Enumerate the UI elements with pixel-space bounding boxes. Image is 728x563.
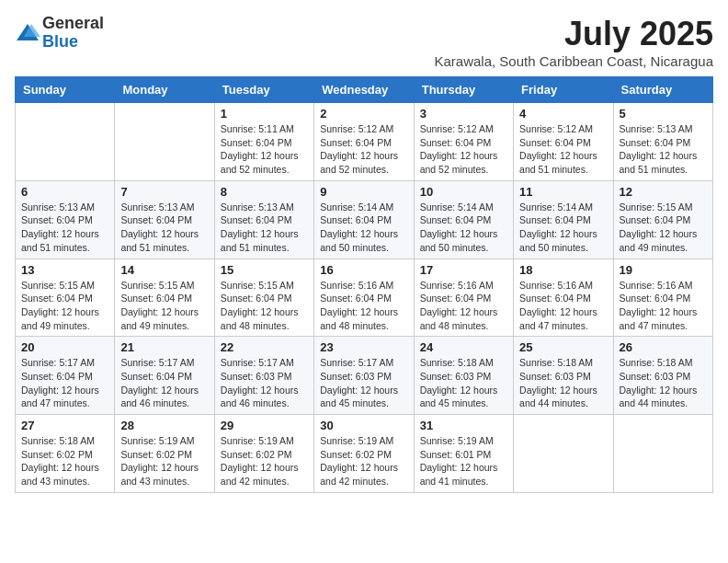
weekday-header: Monday: [115, 77, 214, 103]
day-info: Sunrise: 5:15 AMSunset: 6:04 PMDaylight:…: [21, 279, 108, 333]
day-number: 7: [120, 185, 208, 199]
day-info: Sunrise: 5:19 AMSunset: 6:02 PMDaylight:…: [320, 434, 407, 488]
calendar-cell: 29Sunrise: 5:19 AMSunset: 6:02 PMDayligh…: [214, 415, 313, 493]
day-number: 19: [620, 263, 707, 277]
day-number: 12: [620, 185, 707, 199]
day-info: Sunrise: 5:13 AMSunset: 6:04 PMDaylight:…: [221, 201, 308, 255]
calendar-cell: 2Sunrise: 5:12 AMSunset: 6:04 PMDaylight…: [314, 103, 414, 181]
day-info: Sunrise: 5:17 AMSunset: 6:03 PMDaylight:…: [320, 356, 407, 410]
day-number: 3: [420, 107, 507, 121]
day-number: 18: [519, 263, 607, 277]
calendar-cell: [613, 415, 712, 493]
day-number: 16: [320, 263, 407, 277]
day-info: Sunrise: 5:16 AMSunset: 6:04 PMDaylight:…: [620, 279, 707, 333]
day-number: 20: [21, 340, 108, 354]
calendar-cell: 18Sunrise: 5:16 AMSunset: 6:04 PMDayligh…: [514, 259, 613, 337]
calendar-cell: 4Sunrise: 5:12 AMSunset: 6:04 PMDaylight…: [514, 103, 613, 181]
calendar-table: SundayMondayTuesdayWednesdayThursdayFrid…: [15, 76, 713, 493]
day-info: Sunrise: 5:17 AMSunset: 6:04 PMDaylight:…: [120, 356, 208, 410]
day-number: 9: [320, 185, 407, 199]
calendar-week-row: 20Sunrise: 5:17 AMSunset: 6:04 PMDayligh…: [16, 337, 713, 415]
day-number: 11: [519, 185, 607, 199]
calendar-cell: 21Sunrise: 5:17 AMSunset: 6:04 PMDayligh…: [115, 337, 214, 415]
calendar-cell: 25Sunrise: 5:18 AMSunset: 6:03 PMDayligh…: [514, 337, 613, 415]
calendar-cell: 5Sunrise: 5:13 AMSunset: 6:04 PMDaylight…: [613, 103, 712, 181]
calendar-cell: [16, 103, 115, 181]
weekday-header: Friday: [514, 77, 613, 103]
calendar-cell: 22Sunrise: 5:17 AMSunset: 6:03 PMDayligh…: [214, 337, 313, 415]
day-number: 25: [519, 340, 607, 354]
logo-general-text: General: [42, 15, 104, 33]
calendar-week-row: 1Sunrise: 5:11 AMSunset: 6:04 PMDaylight…: [16, 103, 713, 181]
day-number: 29: [221, 419, 308, 432]
day-info: Sunrise: 5:18 AMSunset: 6:02 PMDaylight:…: [21, 434, 108, 488]
day-info: Sunrise: 5:11 AMSunset: 6:04 PMDaylight:…: [221, 122, 308, 177]
day-info: Sunrise: 5:19 AMSunset: 6:02 PMDaylight:…: [221, 434, 308, 488]
calendar-cell: 12Sunrise: 5:15 AMSunset: 6:04 PMDayligh…: [613, 180, 712, 259]
day-info: Sunrise: 5:14 AMSunset: 6:04 PMDaylight:…: [320, 201, 407, 255]
day-number: 28: [120, 419, 208, 432]
day-info: Sunrise: 5:19 AMSunset: 6:01 PMDaylight:…: [420, 434, 507, 488]
day-info: Sunrise: 5:13 AMSunset: 6:04 PMDaylight:…: [21, 201, 108, 255]
weekday-header: Tuesday: [214, 77, 313, 103]
day-number: 26: [620, 340, 707, 354]
day-info: Sunrise: 5:15 AMSunset: 6:04 PMDaylight:…: [221, 279, 308, 333]
calendar-cell: 28Sunrise: 5:19 AMSunset: 6:02 PMDayligh…: [115, 415, 214, 493]
calendar-cell: 19Sunrise: 5:16 AMSunset: 6:04 PMDayligh…: [613, 259, 712, 337]
calendar-cell: [514, 415, 613, 493]
calendar-cell: 16Sunrise: 5:16 AMSunset: 6:04 PMDayligh…: [314, 259, 414, 337]
day-info: Sunrise: 5:12 AMSunset: 6:04 PMDaylight:…: [519, 122, 607, 177]
day-info: Sunrise: 5:16 AMSunset: 6:04 PMDaylight:…: [420, 279, 507, 333]
calendar-cell: 9Sunrise: 5:14 AMSunset: 6:04 PMDaylight…: [314, 180, 414, 259]
day-info: Sunrise: 5:18 AMSunset: 6:03 PMDaylight:…: [420, 356, 507, 410]
calendar-cell: 13Sunrise: 5:15 AMSunset: 6:04 PMDayligh…: [16, 259, 115, 337]
calendar-cell: 7Sunrise: 5:13 AMSunset: 6:04 PMDaylight…: [115, 180, 214, 259]
calendar-cell: 6Sunrise: 5:13 AMSunset: 6:04 PMDaylight…: [16, 180, 115, 259]
calendar-cell: 17Sunrise: 5:16 AMSunset: 6:04 PMDayligh…: [414, 259, 513, 337]
day-number: 24: [420, 340, 507, 354]
page-header: General Blue July 2025 Karawala, South C…: [15, 15, 713, 69]
day-info: Sunrise: 5:19 AMSunset: 6:02 PMDaylight:…: [120, 434, 208, 488]
day-info: Sunrise: 5:16 AMSunset: 6:04 PMDaylight:…: [519, 279, 607, 333]
day-number: 2: [320, 107, 407, 121]
day-number: 13: [21, 263, 108, 277]
day-info: Sunrise: 5:15 AMSunset: 6:04 PMDaylight:…: [620, 201, 707, 255]
day-info: Sunrise: 5:13 AMSunset: 6:04 PMDaylight:…: [620, 122, 707, 177]
weekday-header: Saturday: [613, 77, 712, 103]
logo: General Blue: [15, 15, 104, 52]
day-info: Sunrise: 5:14 AMSunset: 6:04 PMDaylight:…: [420, 201, 507, 255]
calendar-cell: 31Sunrise: 5:19 AMSunset: 6:01 PMDayligh…: [414, 415, 513, 493]
calendar-cell: 11Sunrise: 5:14 AMSunset: 6:04 PMDayligh…: [514, 180, 613, 259]
day-info: Sunrise: 5:17 AMSunset: 6:03 PMDaylight:…: [221, 356, 308, 410]
day-number: 14: [120, 263, 208, 277]
day-number: 27: [21, 419, 108, 432]
day-number: 22: [221, 340, 308, 354]
calendar-cell: 26Sunrise: 5:18 AMSunset: 6:03 PMDayligh…: [613, 337, 712, 415]
calendar-cell: [115, 103, 214, 181]
location-subtitle: Karawala, South Caribbean Coast, Nicarag…: [434, 53, 713, 69]
calendar-week-row: 6Sunrise: 5:13 AMSunset: 6:04 PMDaylight…: [16, 180, 713, 259]
day-number: 30: [320, 419, 407, 432]
day-info: Sunrise: 5:14 AMSunset: 6:04 PMDaylight:…: [519, 201, 607, 255]
day-number: 21: [120, 340, 208, 354]
logo-icon: [15, 20, 40, 46]
day-info: Sunrise: 5:12 AMSunset: 6:04 PMDaylight:…: [420, 122, 507, 177]
logo-blue-text: Blue: [42, 33, 104, 52]
calendar-cell: 15Sunrise: 5:15 AMSunset: 6:04 PMDayligh…: [214, 259, 313, 337]
day-number: 10: [420, 185, 507, 199]
day-number: 1: [221, 107, 308, 121]
day-number: 4: [519, 107, 607, 121]
calendar-header-row: SundayMondayTuesdayWednesdayThursdayFrid…: [16, 77, 713, 103]
day-info: Sunrise: 5:16 AMSunset: 6:04 PMDaylight:…: [320, 279, 407, 333]
calendar-cell: 30Sunrise: 5:19 AMSunset: 6:02 PMDayligh…: [314, 415, 414, 493]
calendar-week-row: 13Sunrise: 5:15 AMSunset: 6:04 PMDayligh…: [16, 259, 713, 337]
weekday-header: Wednesday: [314, 77, 414, 103]
day-number: 5: [620, 107, 707, 121]
day-number: 31: [420, 419, 507, 432]
title-section: July 2025 Karawala, South Caribbean Coas…: [434, 15, 713, 69]
day-number: 15: [221, 263, 308, 277]
day-info: Sunrise: 5:18 AMSunset: 6:03 PMDaylight:…: [519, 356, 607, 410]
day-number: 23: [320, 340, 407, 354]
calendar-cell: 24Sunrise: 5:18 AMSunset: 6:03 PMDayligh…: [414, 337, 513, 415]
day-info: Sunrise: 5:17 AMSunset: 6:04 PMDaylight:…: [21, 356, 108, 410]
